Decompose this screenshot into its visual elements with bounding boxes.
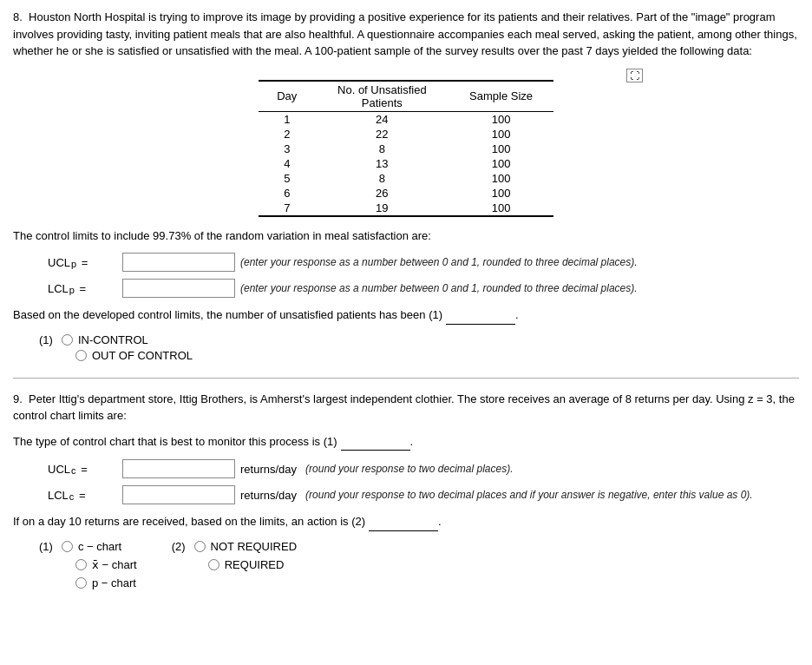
- q8-ucl-row: UCLp = (enter your response as a number …: [48, 253, 799, 272]
- table-cell-patients: 26: [316, 186, 449, 201]
- q9-ucl-unit: returns/day: [240, 463, 297, 476]
- q9-label-notrequired: NOT REQUIRED: [211, 540, 297, 553]
- q9-label-cchart: c − chart: [78, 540, 121, 553]
- q9-action-blank: [369, 513, 438, 531]
- q9-ucl-label: UCLc =: [48, 463, 117, 476]
- q9-radio-xchart[interactable]: [75, 559, 87, 570]
- table-cell-day: 1: [259, 111, 316, 127]
- q8-radio-outofcontrol[interactable]: [75, 350, 87, 361]
- q9-lcl-label: LCLc =: [48, 489, 117, 502]
- q9-col2: (2) NOT REQUIRED REQUIRED: [172, 540, 297, 592]
- q9-xbar-row: x̄ − chart: [75, 558, 137, 571]
- table-row: 719100: [259, 201, 553, 216]
- table-cell-patients: 8: [316, 171, 449, 186]
- table-cell-day: 5: [259, 171, 316, 186]
- section-divider: [13, 378, 799, 379]
- q9-lcl-input[interactable]: [122, 485, 235, 504]
- q8-ucl-label: UCLp =: [48, 256, 117, 269]
- q9-label-xchart: x̄ − chart: [92, 558, 137, 571]
- q8-statement: Based on the developed control limits, t…: [13, 306, 799, 325]
- table-cell-sample: 100: [449, 127, 553, 142]
- table-row: 222100: [259, 127, 553, 142]
- col-sample-header: Sample Size: [449, 81, 553, 112]
- q9-options-label2: (2): [172, 540, 186, 553]
- question-8: 8. Houston North Hospital is trying to i…: [13, 9, 799, 362]
- q9-notrequired-row: (2) NOT REQUIRED: [172, 540, 297, 553]
- q8-blank: [446, 306, 515, 325]
- q8-lcl-label: LCLp =: [48, 282, 117, 295]
- q9-lcl-row: LCLc = returns/day (round your response …: [48, 485, 799, 504]
- q9-ucl-hint: (round your response to two decimal plac…: [305, 463, 513, 475]
- table-cell-sample: 100: [449, 156, 553, 171]
- q9-option-label: (1) c − chart: [39, 540, 137, 553]
- q8-options-label: (1): [39, 333, 53, 346]
- q9-label-pchart: p − chart: [92, 576, 136, 589]
- q9-type-statement: The type of control chart that is best t…: [13, 433, 799, 451]
- table-cell-patients: 19: [316, 201, 449, 216]
- q9-radio-pchart[interactable]: [75, 577, 87, 589]
- table-cell-day: 4: [259, 156, 316, 171]
- expand-icon[interactable]: ⛶: [626, 69, 643, 82]
- q8-lcl-hint: (enter your response as a number between…: [240, 282, 638, 294]
- q9-text: 9. Peter Ittig's department store, Ittig…: [13, 391, 799, 425]
- q8-options: (1) IN-CONTROL OUT OF CONTROL: [39, 333, 799, 362]
- q9-lcl-hint: (round your response to two decimal plac…: [305, 489, 753, 501]
- col-day-header: Day: [259, 81, 316, 112]
- q9-col1: (1) c − chart x̄ − chart p − chart: [39, 540, 137, 592]
- q9-radio-required[interactable]: [208, 559, 219, 570]
- q8-data-table: Day No. of Unsatisfied Patients Sample S…: [259, 80, 553, 217]
- q8-text: 8. Houston North Hospital is trying to i…: [13, 9, 799, 60]
- table-cell-patients: 24: [316, 111, 449, 127]
- table-cell-patients: 8: [316, 142, 449, 156]
- table-cell-sample: 100: [449, 201, 553, 216]
- table-cell-day: 2: [259, 127, 316, 142]
- col-patients-header: No. of Unsatisfied Patients: [316, 81, 449, 112]
- q9-label-required: REQUIRED: [225, 558, 285, 571]
- table-row: 626100: [259, 186, 553, 201]
- q9-radio-notrequired[interactable]: [194, 541, 206, 552]
- table-cell-day: 7: [259, 201, 316, 216]
- q9-body: Peter Ittig's department store, Ittig Br…: [13, 392, 795, 423]
- q9-lcl-unit: returns/day: [240, 489, 297, 502]
- table-cell-sample: 100: [449, 171, 553, 186]
- q9-required-row: REQUIRED: [208, 558, 297, 571]
- table-cell-sample: 100: [449, 142, 553, 156]
- table-row: 124100: [259, 111, 553, 127]
- q8-label-incontrol: IN-CONTROL: [78, 333, 148, 346]
- q9-options-label1: (1): [39, 540, 53, 553]
- table-cell-sample: 100: [449, 111, 553, 127]
- table-row: 413100: [259, 156, 553, 171]
- table-cell-sample: 100: [449, 186, 553, 201]
- table-row: 38100: [259, 142, 553, 156]
- table-cell-day: 6: [259, 186, 316, 201]
- q9-options: (1) c − chart x̄ − chart p − chart (2) N…: [39, 540, 799, 592]
- question-9: 9. Peter Ittig's department store, Ittig…: [13, 391, 799, 592]
- q8-label-outofcontrol: OUT OF CONTROL: [92, 349, 193, 362]
- q8-option-row-1: (1) IN-CONTROL: [39, 333, 799, 346]
- q9-action-statement: If on a day 10 returns are received, bas…: [13, 513, 799, 531]
- q8-ucl-hint: (enter your response as a number between…: [240, 256, 638, 268]
- q8-control-limits-intro: The control limits to include 99.73% of …: [13, 227, 799, 245]
- q8-lcl-row: LCLp = (enter your response as a number …: [48, 279, 799, 298]
- table-cell-patients: 22: [316, 127, 449, 142]
- q9-number: 9.: [13, 392, 23, 405]
- q9-pchart-row: p − chart: [75, 576, 137, 589]
- table-row: 58100: [259, 171, 553, 186]
- q8-radio-incontrol[interactable]: [62, 334, 73, 346]
- q9-type-blank: [341, 433, 410, 451]
- q8-body: Houston North Hospital is trying to impr…: [13, 10, 797, 57]
- q8-lcl-input[interactable]: [122, 279, 235, 298]
- table-cell-day: 3: [259, 142, 316, 156]
- q8-option-row-2: OUT OF CONTROL: [75, 349, 799, 362]
- table-cell-patients: 13: [316, 156, 449, 171]
- q8-number: 8.: [13, 10, 23, 23]
- q9-radio-cchart[interactable]: [62, 541, 73, 552]
- q9-ucl-input[interactable]: [122, 459, 235, 478]
- q8-ucl-input[interactable]: [122, 253, 235, 272]
- q9-ucl-row: UCLc = returns/day (round your response …: [48, 459, 799, 478]
